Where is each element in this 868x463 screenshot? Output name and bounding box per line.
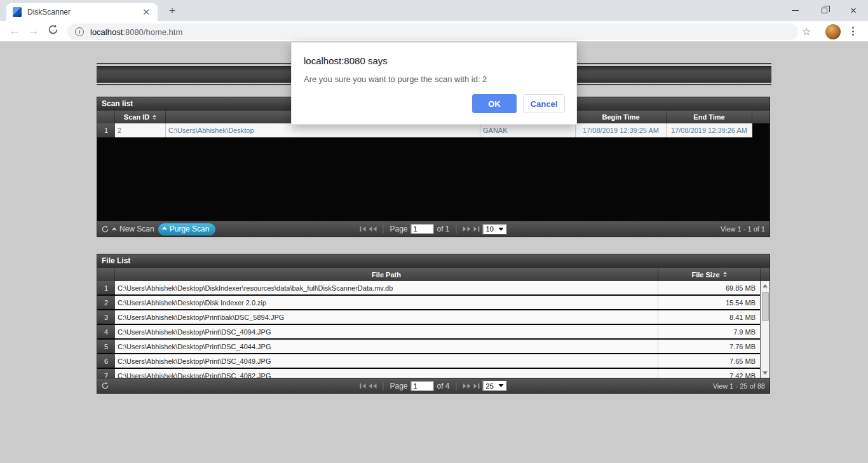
page-count-label: of 4 xyxy=(437,382,450,390)
scan-row[interactable]: 1 2 C:\Users\Abhishek\Desktop GANAK 17/0… xyxy=(97,123,770,137)
file-path-cell: C:\Users\Abhishek\Desktop\Disk Indexer 2… xyxy=(115,296,658,309)
browser-toolbar: ← → i localhost:8080/home.htm ☆ xyxy=(0,21,868,42)
page-size-value: 25 xyxy=(486,382,494,390)
back-button[interactable]: ← xyxy=(5,25,24,38)
close-button[interactable]: × xyxy=(839,0,868,21)
end-time-column-header[interactable]: End Time xyxy=(667,111,752,123)
file-list-header: File Path File Size xyxy=(97,268,770,281)
begin-time-header-label: Begin Time xyxy=(602,113,639,121)
prev-page-button[interactable] xyxy=(369,384,376,389)
sort-icon xyxy=(153,114,156,120)
file-path-cell: C:\Users\Abhishek\Desktop\Print\bak\DSC_… xyxy=(115,310,658,324)
prev-page-button[interactable] xyxy=(369,226,376,232)
dropdown-arrow-icon xyxy=(499,384,504,387)
tab-strip: DiskScanner ✕ + × xyxy=(0,0,868,21)
view-range-label: View 1 - 25 of 88 xyxy=(713,382,770,390)
file-list-body: 1 C:\Users\Abhishek\Desktop\DiskIndexer\… xyxy=(97,281,770,378)
next-page-button[interactable] xyxy=(463,384,471,389)
address-bar[interactable]: i localhost:8080/home.htm xyxy=(67,24,798,40)
file-size-cell: 7.9 MB xyxy=(658,325,761,338)
page-size-value: 10 xyxy=(486,225,494,233)
scan-id-cell: 2 xyxy=(115,123,166,137)
row-number-cell: 1 xyxy=(97,123,115,137)
arrow-up-icon xyxy=(763,284,768,287)
tab-close-icon[interactable]: ✕ xyxy=(141,7,151,17)
chevron-up-icon xyxy=(162,227,166,232)
file-list-grid: File List File Path File Size 1 C:\Users… xyxy=(97,254,770,394)
file-size-cell: 7.76 MB xyxy=(658,340,761,353)
last-page-button[interactable] xyxy=(474,226,480,232)
file-list-pager: Page of 4 25 View 1 - 25 of 88 xyxy=(97,378,770,393)
purge-scan-button[interactable]: Purge Scan xyxy=(158,223,216,235)
file-size-header-label: File Size xyxy=(691,271,719,279)
next-page-button[interactable] xyxy=(463,226,471,232)
file-path-cell: C:\Users\Abhishek\Desktop\Print\DSC_4082… xyxy=(115,369,658,378)
end-time-header-label: End Time xyxy=(693,113,724,121)
restore-button[interactable] xyxy=(810,0,839,21)
dialog-message: Are you sure you want to purge the scan … xyxy=(304,74,565,84)
rownum-header xyxy=(97,268,115,281)
cancel-button[interactable]: Cancel xyxy=(523,94,565,113)
file-row[interactable]: 7 C:\Users\Abhishek\Desktop\Print\DSC_40… xyxy=(97,369,770,378)
file-row[interactable]: 6 C:\Users\Abhishek\Desktop\Print\DSC_40… xyxy=(97,354,770,368)
browser-tab[interactable]: DiskScanner ✕ xyxy=(6,3,158,21)
page-size-select[interactable]: 25 xyxy=(483,380,507,391)
first-page-button[interactable] xyxy=(360,384,365,389)
rownum-header xyxy=(97,111,115,123)
vertical-scrollbar[interactable] xyxy=(760,281,770,378)
last-page-button[interactable] xyxy=(474,384,480,389)
file-path-cell: C:\Users\Abhishek\Desktop\Print\DSC_4044… xyxy=(115,340,658,353)
file-row[interactable]: 2 C:\Users\Abhishek\Desktop\Disk Indexer… xyxy=(97,296,770,309)
new-tab-button[interactable]: + xyxy=(164,4,180,18)
page-label: Page xyxy=(390,225,407,233)
sort-icon xyxy=(723,272,727,277)
file-size-column-header[interactable]: File Size xyxy=(658,268,761,281)
first-page-button[interactable] xyxy=(360,226,365,232)
file-row[interactable]: 1 C:\Users\Abhishek\Desktop\DiskIndexer\… xyxy=(97,281,770,294)
url-suffix: :8080/home.htm xyxy=(123,27,182,37)
new-scan-button[interactable]: New Scan xyxy=(113,225,154,233)
refresh-button[interactable] xyxy=(43,24,62,38)
forward-button[interactable]: → xyxy=(24,25,43,38)
url-text: localhost xyxy=(90,27,123,37)
scroll-down-button[interactable] xyxy=(761,368,770,378)
page-info-icon[interactable]: i xyxy=(75,27,84,36)
end-time-cell: 17/08/2019 12:39:26 AM xyxy=(667,123,752,137)
minimize-icon xyxy=(792,10,799,11)
browser-menu-icon[interactable] xyxy=(852,27,854,36)
scan-directory-cell: C:\Users\Abhishek\Desktop xyxy=(166,123,480,137)
scan-list-body: 1 2 C:\Users\Abhishek\Desktop GANAK 17/0… xyxy=(97,123,770,221)
ok-button[interactable]: OK xyxy=(472,94,517,113)
scan-id-column-header[interactable]: Scan ID xyxy=(115,111,166,123)
scrollbar-thumb[interactable] xyxy=(762,292,769,321)
bookmark-star-icon[interactable]: ☆ xyxy=(802,25,811,38)
reload-grid-icon[interactable] xyxy=(101,225,109,233)
new-scan-label: New Scan xyxy=(119,225,154,233)
file-row[interactable]: 5 C:\Users\Abhishek\Desktop\Print\DSC_40… xyxy=(97,340,770,353)
file-path-column-header[interactable]: File Path xyxy=(115,268,658,281)
begin-time-cell: 17/08/2019 12:39:25 AM xyxy=(576,123,667,137)
dropdown-arrow-icon xyxy=(499,228,504,231)
file-row[interactable]: 4 C:\Users\Abhishek\Desktop\Print\DSC_40… xyxy=(97,325,770,338)
file-row[interactable]: 3 C:\Users\Abhishek\Desktop\Print\bak\DS… xyxy=(97,310,770,324)
page-size-select[interactable]: 10 xyxy=(483,224,507,235)
reload-grid-icon[interactable] xyxy=(101,382,109,390)
row-number-cell: 3 xyxy=(97,310,115,324)
page-number-input[interactable] xyxy=(411,224,434,234)
confirm-dialog: localhost:8080 says Are you sure you wan… xyxy=(291,42,577,125)
row-number-cell: 6 xyxy=(97,354,115,368)
file-list-caption: File List xyxy=(97,254,770,268)
refresh-icon xyxy=(48,24,58,35)
chevron-up-icon xyxy=(112,227,116,232)
avatar[interactable] xyxy=(825,24,841,39)
scroll-up-button[interactable] xyxy=(761,281,770,291)
scan-id-header-label: Scan ID xyxy=(124,113,149,121)
minimize-button[interactable] xyxy=(780,0,810,21)
begin-time-column-header[interactable]: Begin Time xyxy=(576,111,667,123)
page-number-input[interactable] xyxy=(411,381,434,391)
file-size-cell: 7.42 MB xyxy=(658,369,761,378)
favicon-icon xyxy=(13,7,22,17)
purge-scan-label: Purge Scan xyxy=(170,225,210,233)
row-number-cell: 7 xyxy=(97,369,115,378)
dialog-title: localhost:8080 says xyxy=(304,55,565,66)
